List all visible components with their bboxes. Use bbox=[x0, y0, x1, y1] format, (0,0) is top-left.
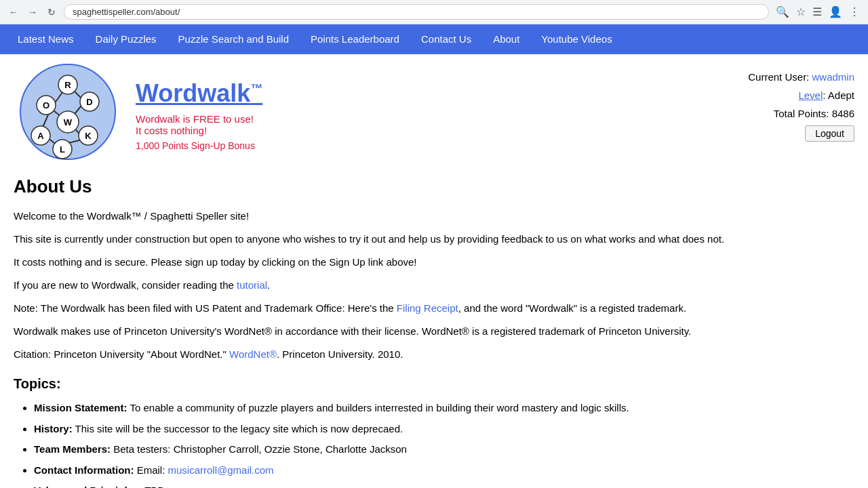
about-section: About Us Welcome to the Wordwalk™ / Spag… bbox=[14, 176, 854, 488]
extensions-button[interactable]: ☰ bbox=[811, 4, 823, 20]
contact-text: Email: bbox=[137, 464, 168, 476]
list-item: Mission Statement: To enable a community… bbox=[34, 399, 854, 418]
browser-chrome: ← → ↻ spaghettispeller.com/about/ 🔍 ☆ ☰ … bbox=[0, 0, 868, 24]
tagline-free: Wordwalk is FREE to use! bbox=[136, 113, 262, 125]
mission-text: To enable a community of puzzle players … bbox=[130, 402, 629, 413]
filing-receipt-link[interactable]: Filing Receipt bbox=[397, 302, 458, 314]
bookmark-button[interactable]: ☆ bbox=[795, 4, 807, 20]
nav-daily-puzzles[interactable]: Daily Puzzles bbox=[85, 24, 167, 54]
site-title: Wordwalk™ bbox=[136, 79, 262, 108]
topics-title: Topics: bbox=[14, 376, 854, 392]
header-area: R O D W A K bbox=[14, 61, 854, 163]
svg-text:O: O bbox=[43, 100, 50, 110]
site-title-section: Wordwalk™ Wordwalk is FREE to use! It co… bbox=[136, 73, 262, 151]
level-value: Adept bbox=[828, 89, 854, 101]
about-para4: If you are new to Wordwalk, consider rea… bbox=[14, 277, 854, 293]
about-para2: This site is currently under constructio… bbox=[14, 231, 854, 247]
svg-text:L: L bbox=[60, 144, 65, 155]
about-title: About Us bbox=[14, 176, 854, 197]
about-para5: Note: The Wordwalk has been filed with U… bbox=[14, 300, 854, 317]
username-link[interactable]: wwadmin bbox=[812, 71, 854, 83]
menu-button[interactable]: ⋮ bbox=[848, 4, 861, 20]
current-user-label: Current User: wwadmin bbox=[748, 68, 854, 86]
list-item: Values and Principles: TBD bbox=[34, 481, 854, 488]
nav-puzzle-search[interactable]: Puzzle Search and Build bbox=[167, 24, 300, 54]
total-points: Total Points: 8486 bbox=[748, 104, 854, 123]
user-info-panel: Current User: wwadmin Level: Adept Total… bbox=[748, 61, 854, 142]
about-para1: Welcome to the Wordwalk™ / Spaghetti Spe… bbox=[14, 208, 854, 224]
tutorial-link[interactable]: tutorial bbox=[237, 279, 267, 291]
nav-about[interactable]: About bbox=[482, 24, 530, 54]
about-para6: Wordwalk makes use of Princeton Universi… bbox=[14, 323, 854, 340]
nav-latest-news[interactable]: Latest News bbox=[7, 24, 85, 54]
team-bold: Team Members: bbox=[34, 443, 111, 455]
svg-text:D: D bbox=[86, 97, 92, 107]
forward-button[interactable]: → bbox=[26, 5, 39, 19]
main-content: R O D W A K bbox=[0, 54, 868, 488]
values-text: TBD bbox=[144, 485, 165, 488]
email-link[interactable]: musicarroll@gmail.com bbox=[168, 464, 274, 476]
svg-text:A: A bbox=[37, 131, 44, 141]
refresh-button[interactable]: ↻ bbox=[45, 5, 58, 19]
about-para7: Citation: Princeton University "About Wo… bbox=[14, 346, 854, 363]
url-bar[interactable]: spaghettispeller.com/about/ bbox=[64, 4, 769, 20]
list-item: Team Members: Beta testers: Christopher … bbox=[34, 440, 854, 460]
history-bold: History: bbox=[34, 423, 73, 434]
wordnet-link[interactable]: WordNet® bbox=[229, 348, 277, 360]
wordwalk-logo: R O D W A K bbox=[14, 61, 122, 163]
logo-section: R O D W A K bbox=[14, 61, 262, 163]
svg-text:W: W bbox=[64, 117, 73, 127]
mission-bold: Mission Statement: bbox=[34, 402, 127, 413]
history-text: This site will be the successor to the l… bbox=[75, 423, 403, 434]
topics-list: Mission Statement: To enable a community… bbox=[34, 399, 854, 488]
team-text: Beta testers: Christopher Carroll, Ozzie… bbox=[113, 443, 407, 455]
about-para3: It costs nothing and is secure. Please s… bbox=[14, 254, 854, 270]
back-button[interactable]: ← bbox=[7, 5, 20, 19]
level-link[interactable]: Level bbox=[798, 89, 823, 101]
svg-text:R: R bbox=[64, 80, 71, 90]
logout-button[interactable]: Logout bbox=[805, 125, 854, 142]
list-item: History: This site will be the successor… bbox=[34, 420, 854, 439]
nav-points-leaderboard[interactable]: Points Leaderboard bbox=[300, 24, 410, 54]
profile-button[interactable]: 👤 bbox=[827, 4, 844, 20]
main-nav: Latest News Daily Puzzles Puzzle Search … bbox=[0, 24, 868, 54]
level-display: Level: Adept bbox=[748, 86, 854, 104]
zoom-button[interactable]: 🔍 bbox=[774, 4, 791, 20]
signup-bonus: 1,000 Points Sign-Up Bonus bbox=[136, 140, 262, 151]
nav-youtube[interactable]: Youtube Videos bbox=[530, 24, 623, 54]
nav-contact-us[interactable]: Contact Us bbox=[410, 24, 482, 54]
list-item: Contact Information: Email: musicarroll@… bbox=[34, 461, 854, 481]
tagline-free2: It costs nothing! bbox=[136, 125, 262, 136]
svg-text:K: K bbox=[85, 131, 92, 141]
values-bold: Values and Principles: bbox=[34, 485, 142, 488]
contact-bold: Contact Information: bbox=[34, 464, 134, 476]
